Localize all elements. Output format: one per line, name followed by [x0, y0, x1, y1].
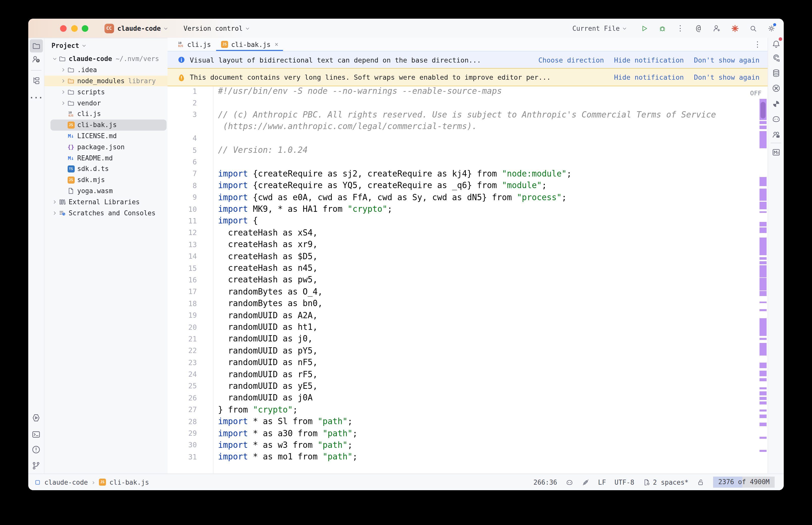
code-line-3[interactable]: 3// (c) Anthropic PBC. All rights reserv…	[167, 109, 757, 121]
chevron-right-icon[interactable]	[60, 66, 67, 73]
database-tool-button[interactable]	[770, 68, 781, 79]
hide-notification-link[interactable]: Hide notification	[614, 73, 684, 81]
tree-item-node-modules[interactable]: node_moduleslibrary	[44, 75, 167, 87]
code-line-13[interactable]: 13 createHash as xr9,	[167, 239, 757, 250]
choose-direction-link[interactable]: Choose direction	[538, 56, 604, 64]
more-tool-windows-button[interactable]: ...	[31, 90, 42, 101]
code-line-4[interactable]: 4	[167, 132, 757, 144]
tree-item-package-json[interactable]: {}package.json	[44, 141, 167, 153]
editor-scrollbar[interactable]	[759, 86, 767, 474]
starburst-plugin-button[interactable]	[729, 23, 740, 34]
plugin-pinwheel-tool-button[interactable]	[770, 98, 781, 109]
project-panel-header[interactable]: Project	[51, 42, 87, 49]
code-line-31[interactable]: 31import * as mo1 from "path";	[167, 451, 757, 463]
code-line-26[interactable]: 26 randomUUID as j0A	[167, 392, 757, 404]
tree-item-external-libraries[interactable]: External Libraries	[44, 196, 167, 208]
chevron-right-icon[interactable]	[51, 209, 59, 216]
search-everywhere-button[interactable]	[748, 23, 758, 34]
code-line-11[interactable]: 11import {	[167, 215, 757, 227]
chevron-down-icon[interactable]	[51, 56, 59, 62]
code-line-22[interactable]: 22 randomUUID as pY5,	[167, 345, 757, 357]
x-plugin-tool-button[interactable]	[770, 83, 781, 94]
code-line-12[interactable]: 12 createHash as xS4,	[167, 227, 757, 239]
tree-item-scripts[interactable]: scripts	[44, 87, 167, 97]
more-actions-button[interactable]: ⋮	[675, 23, 686, 34]
code-line-20[interactable]: 20 randomUUID as ht1,	[167, 321, 757, 333]
tree-item-cli-js[interactable]: 100JScli.js	[44, 108, 167, 120]
tree-item-scratches-and-consoles[interactable]: Scratches and Consoles	[44, 207, 167, 219]
code-line-21[interactable]: 21 randomUUID as j0,	[167, 333, 757, 345]
run-configuration-selector[interactable]: Current File	[572, 25, 627, 32]
ai-assistant-tool-button[interactable]	[770, 52, 781, 63]
code-line-27[interactable]: 27} from "crypto";	[167, 404, 757, 416]
project-tool-button[interactable]	[30, 39, 43, 52]
tree-item-vendor[interactable]: vendor	[44, 97, 167, 108]
chevron-right-icon[interactable]	[60, 89, 67, 95]
tab-cli-js[interactable]: 100JS cli.js	[172, 38, 216, 51]
scrollbar-thumb[interactable]	[761, 102, 766, 119]
tree-item-sdk-mjs[interactable]: JSsdk.mjs	[44, 175, 167, 185]
version-control-tool-button[interactable]	[31, 460, 42, 471]
code-line-29[interactable]: 29import * as a30 from "path";	[167, 427, 757, 439]
code-line-18[interactable]: 18 randomBytes as bn0,	[167, 298, 757, 310]
minimize-window-button[interactable]	[71, 25, 77, 31]
encoding-widget[interactable]: UTF-8	[615, 478, 634, 486]
close-tab-icon[interactable]: ×	[275, 41, 278, 48]
debug-button[interactable]	[656, 23, 668, 34]
lock-widget[interactable]	[697, 478, 705, 486]
code-line-24[interactable]: 24 randomUUID as rF5,	[167, 369, 757, 380]
tree-item--idea[interactable]: .idea	[44, 64, 167, 76]
zoom-window-button[interactable]	[82, 25, 88, 31]
code-line-19[interactable]: 19 randomUUID as A2A,	[167, 310, 757, 321]
tree-item-cli-bak-js[interactable]: JScli-bak.js	[44, 120, 167, 131]
tree-item-readme-md[interactable]: M↓README.md	[44, 152, 167, 163]
code-line-30[interactable]: 30import * as w3 from "path";	[167, 439, 757, 451]
code-line-17[interactable]: 17 randomBytes as O_4,	[167, 286, 757, 298]
run-button[interactable]	[638, 23, 650, 34]
notifications-bell-button[interactable]	[770, 38, 781, 49]
tab-cli-bak-js[interactable]: JS cli-bak.js ×	[216, 38, 283, 51]
code-line-2[interactable]: 2	[167, 97, 757, 109]
code-with-me-button[interactable]	[711, 23, 722, 34]
code-line-7[interactable]: 7import {createRequire as sj2, createReq…	[167, 168, 757, 180]
code-line-28[interactable]: 28import * as Sl from "path";	[167, 416, 757, 427]
highlighting-off-icon[interactable]	[582, 478, 589, 486]
code-line-25[interactable]: 25 randomUUID as yE5,	[167, 380, 757, 392]
ai-robot-status-icon[interactable]	[566, 478, 573, 486]
memory-indicator[interactable]: 2376 of 4900M	[713, 477, 775, 488]
breadcrumb[interactable]: claude-code › JS cli-bak.js	[34, 478, 149, 486]
dont-show-again-link[interactable]: Don't show again	[694, 73, 759, 81]
tree-item-yoga-wasm[interactable]: yoga.wasm	[44, 185, 167, 196]
chevron-right-icon[interactable]	[60, 77, 67, 85]
vcs-widget[interactable]: Version control	[183, 25, 243, 32]
code-line-15[interactable]: 15 createHash as n45,	[167, 262, 757, 274]
code-line-wrap[interactable]: (https://www.anthropic.com/legal/commerc…	[167, 121, 757, 132]
settings-button[interactable]	[766, 23, 777, 34]
terminal-tool-button[interactable]	[31, 429, 42, 440]
pull-requests-tool-button[interactable]	[31, 54, 42, 64]
indent-widget[interactable]: 2 spaces*	[643, 478, 689, 486]
caret-position-widget[interactable]: 266:36	[533, 478, 557, 486]
code-with-me-users-tool-button[interactable]	[770, 129, 781, 140]
close-window-button[interactable]	[60, 25, 67, 31]
code-editor[interactable]: 1#!/usr/bin/env -S node --no-warnings --…	[167, 86, 768, 474]
code-line-10[interactable]: 10import MK9, * as HA1 from "crypto";	[167, 203, 757, 215]
chevron-right-icon[interactable]	[60, 99, 67, 106]
structure-tool-button[interactable]	[31, 75, 42, 86]
tab-list-more-button[interactable]: ⋮	[752, 39, 763, 50]
project-widget[interactable]: claude-code	[117, 25, 161, 32]
ai-assistant-button[interactable]: @	[693, 23, 704, 34]
dont-show-again-link[interactable]: Don't show again	[694, 56, 759, 64]
markdown-tool-button[interactable]	[770, 147, 781, 158]
code-line-6[interactable]: 6	[167, 156, 757, 168]
code-line-23[interactable]: 23 randomUUID as nF5,	[167, 357, 757, 369]
code-line-8[interactable]: 8import {createRequire as YQ5, createReq…	[167, 180, 757, 191]
github-copilot-tool-button[interactable]	[770, 114, 781, 124]
line-separator-widget[interactable]: LF	[598, 478, 606, 486]
code-line-1[interactable]: 1#!/usr/bin/env -S node --no-warnings --…	[167, 86, 757, 97]
tree-item-license-md[interactable]: M↓LICENSE.md	[44, 130, 167, 141]
services-tool-button[interactable]	[31, 412, 42, 423]
tree-item-claude-code[interactable]: claude-code~/.nvm/vers	[44, 54, 167, 64]
tree-item-sdk-d-ts[interactable]: TSsdk.d.ts	[44, 163, 167, 175]
code-line-16[interactable]: 16 createHash as pw5,	[167, 274, 757, 286]
